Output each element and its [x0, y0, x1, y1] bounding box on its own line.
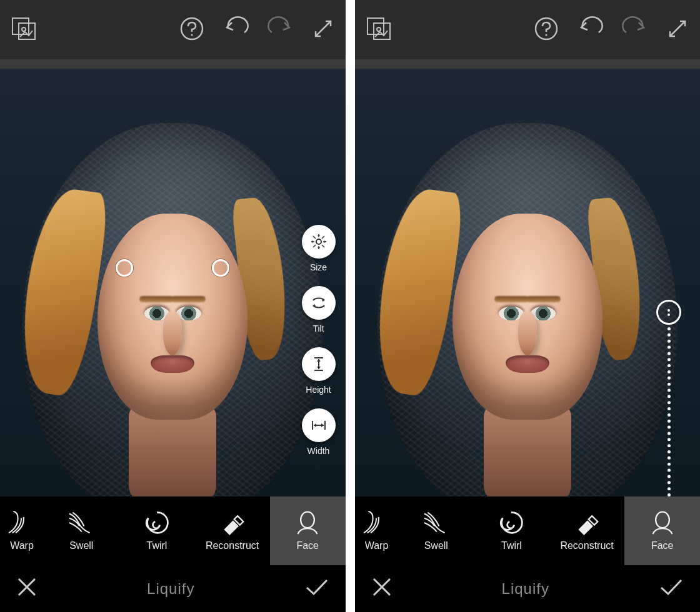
svg-rect-0 [12, 18, 29, 34]
tool-label: Swell [424, 540, 448, 551]
tool-label: Face [651, 540, 674, 551]
svg-point-4 [191, 34, 192, 36]
separator [0, 59, 346, 69]
tool-face[interactable]: Face [270, 496, 346, 565]
size-icon [302, 225, 336, 259]
mode-title: Liquify [502, 580, 549, 598]
image-canvas[interactable] [355, 69, 701, 496]
confirm-bar: Liquify [355, 565, 701, 612]
portrait-image [355, 69, 701, 496]
tool-reconstruct[interactable]: Reconstruct [194, 496, 270, 565]
eye-marker-left[interactable] [116, 259, 133, 277]
undo-icon[interactable] [222, 16, 249, 44]
confirm-bar: Liquify [0, 565, 346, 612]
svg-point-18 [656, 512, 669, 528]
compare-icon[interactable] [11, 17, 38, 43]
svg-point-15 [377, 27, 381, 31]
face-eye-options: Size Tilt Height [302, 225, 336, 456]
tool-warp[interactable]: Warp [355, 496, 399, 565]
face-option-height[interactable]: Height [302, 347, 336, 395]
slider-handle[interactable] [656, 300, 681, 325]
help-icon[interactable] [534, 16, 559, 44]
tool-twirl[interactable]: Twirl [119, 496, 195, 565]
redo-icon[interactable] [267, 16, 294, 44]
tool-label: Face [296, 540, 319, 551]
tool-label: Twirl [146, 540, 167, 551]
apply-button[interactable] [659, 576, 684, 601]
help-icon[interactable] [179, 16, 204, 44]
liquify-tools: Warp Swell Twirl Reconstruct Face [0, 496, 346, 565]
svg-rect-13 [368, 18, 384, 34]
image-canvas[interactable]: Size Tilt Height [0, 69, 346, 496]
fullscreen-icon[interactable] [666, 17, 689, 42]
compare-icon[interactable] [366, 17, 392, 43]
face-option-tilt[interactable]: Tilt [302, 286, 336, 333]
screenshot-left: Size Tilt Height [0, 0, 346, 612]
mode-title: Liquify [147, 580, 194, 598]
tilt-icon [302, 286, 336, 320]
fullscreen-icon[interactable] [312, 17, 334, 42]
face-option-label: Height [306, 385, 331, 395]
face-option-width[interactable]: Width [302, 408, 336, 456]
redo-icon[interactable] [621, 16, 649, 44]
tool-label: Warp [365, 540, 389, 551]
separator [355, 59, 701, 69]
top-toolbar [0, 0, 346, 59]
screenshot-right: Warp Swell Twirl Reconstruct Face [355, 0, 701, 612]
face-option-label: Width [308, 446, 330, 456]
tool-label: Reconstruct [206, 540, 259, 551]
apply-button[interactable] [304, 576, 329, 601]
height-icon [302, 347, 336, 381]
tool-label: Twirl [501, 540, 522, 551]
width-icon [302, 408, 336, 442]
tool-twirl[interactable]: Twirl [474, 496, 549, 565]
undo-icon[interactable] [576, 16, 604, 44]
top-toolbar [355, 0, 701, 59]
tool-label: Reconstruct [560, 540, 613, 551]
cancel-button[interactable] [16, 576, 38, 601]
tool-swell[interactable]: Swell [44, 496, 119, 565]
portrait-image [0, 69, 346, 496]
svg-point-17 [545, 34, 547, 36]
liquify-tools: Warp Swell Twirl Reconstruct Face [355, 496, 701, 565]
jaw-slider[interactable] [656, 300, 681, 496]
tool-warp[interactable]: Warp [0, 496, 44, 565]
face-option-label: Size [310, 262, 327, 272]
svg-point-5 [316, 239, 321, 244]
svg-point-2 [22, 27, 26, 31]
face-option-size[interactable]: Size [302, 225, 336, 272]
face-option-label: Tilt [312, 323, 324, 333]
tool-label: Swell [69, 540, 93, 551]
tool-swell[interactable]: Swell [399, 496, 474, 565]
cancel-button[interactable] [371, 576, 392, 601]
tool-face[interactable]: Face [624, 496, 700, 565]
tool-label: Warp [10, 540, 34, 551]
tool-reconstruct[interactable]: Reconstruct [549, 496, 625, 565]
slider-track [668, 327, 671, 496]
svg-point-12 [301, 512, 314, 528]
